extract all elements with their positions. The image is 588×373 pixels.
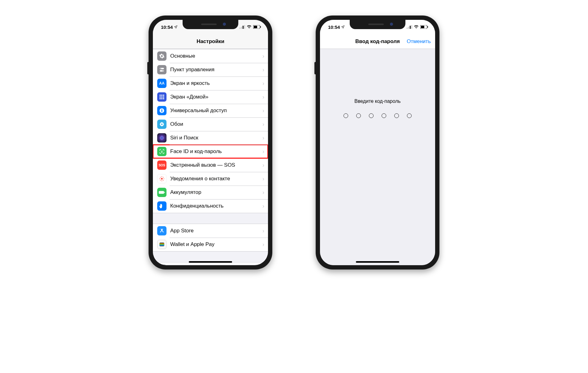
passcode-dot: [369, 113, 374, 118]
svg-point-31: [160, 136, 164, 140]
passcode-dots[interactable]: [344, 113, 412, 118]
home-indicator[interactable]: [356, 261, 399, 263]
row-siri[interactable]: Siri и Поиск ›: [153, 131, 268, 145]
row-label: Экран «Домой»: [170, 94, 262, 100]
row-general[interactable]: Основные ›: [153, 49, 268, 63]
siri-icon: [157, 133, 166, 143]
row-label: Основные: [170, 53, 262, 59]
apps-grid-icon: [157, 92, 166, 102]
wifi-icon: [247, 25, 252, 29]
svg-rect-48: [160, 244, 164, 245]
battery-icon: [253, 25, 261, 29]
cellular-icon: [407, 25, 412, 29]
chevron-right-icon: ›: [262, 162, 264, 168]
row-wallpaper[interactable]: Обои ›: [153, 117, 268, 131]
svg-rect-58: [427, 26, 428, 28]
svg-point-40: [160, 177, 161, 178]
settings-content[interactable]: Основные › Пункт управления › AA Экран и…: [153, 49, 268, 265]
row-display[interactable]: AA Экран и яркость ›: [153, 77, 268, 90]
home-indicator[interactable]: [189, 261, 232, 263]
exposure-notification-icon: [157, 174, 166, 183]
svg-rect-2: [243, 26, 244, 29]
passcode-dot: [356, 113, 361, 118]
page-title: Настройки: [197, 38, 224, 45]
page-title: Ввод код-пароля: [355, 38, 400, 45]
sos-icon: SOS: [157, 160, 166, 170]
location-arrow-icon: [174, 24, 178, 30]
svg-point-39: [164, 178, 164, 179]
settings-list-group-2: App Store › Wallet и Apple Pay ›: [153, 224, 268, 252]
svg-rect-1: [241, 27, 242, 29]
svg-rect-57: [421, 26, 424, 28]
svg-point-34: [162, 151, 163, 151]
location-arrow-icon: [341, 24, 345, 30]
chevron-right-icon: ›: [262, 135, 264, 141]
row-wallet[interactable]: Wallet и Apple Pay ›: [153, 238, 268, 251]
chevron-right-icon: ›: [262, 149, 264, 154]
nav-bar-passcode: Ввод код-пароля Отменить: [320, 34, 435, 49]
svg-rect-11: [160, 95, 161, 96]
status-time: 10:54: [328, 24, 340, 30]
wallet-icon: [157, 240, 166, 249]
svg-rect-47: [160, 244, 164, 244]
svg-rect-49: [160, 245, 164, 246]
svg-rect-45: [164, 192, 165, 193]
row-label: Siri и Поиск: [170, 135, 262, 141]
svg-point-35: [161, 178, 162, 179]
gear-icon: [157, 51, 166, 61]
svg-point-27: [162, 123, 164, 124]
svg-rect-14: [160, 96, 161, 98]
nav-bar-settings: Настройки: [153, 34, 268, 49]
chevron-right-icon: ›: [262, 203, 264, 209]
row-label: Уведомления о контакте: [170, 176, 262, 182]
status-left: 10:54: [328, 24, 345, 30]
row-label: Экстренный вызов — SOS: [170, 162, 262, 168]
svg-rect-54: [410, 26, 411, 29]
passcode-prompt: Введите код-пароль: [354, 99, 400, 104]
status-right: [407, 25, 428, 29]
row-faceid[interactable]: Face ID и код-пароль ›: [153, 145, 268, 158]
chevron-right-icon: ›: [262, 176, 264, 182]
row-control-center[interactable]: Пункт управления ›: [153, 63, 268, 77]
row-privacy[interactable]: Конфиденциальность ›: [153, 199, 268, 213]
svg-point-42: [160, 180, 161, 181]
row-label: App Store: [170, 228, 262, 234]
passcode-dot: [382, 113, 386, 118]
svg-rect-55: [411, 25, 412, 29]
chevron-right-icon: ›: [262, 81, 264, 86]
group-separator: [153, 252, 268, 262]
svg-rect-52: [407, 28, 408, 29]
chevron-right-icon: ›: [262, 94, 264, 100]
chevron-right-icon: ›: [262, 67, 264, 72]
text-size-icon: AA: [157, 79, 166, 88]
cancel-button[interactable]: Отменить: [407, 38, 431, 45]
flower-icon: [157, 120, 166, 129]
battery-icon: [157, 188, 166, 197]
svg-rect-16: [163, 96, 164, 98]
passcode-dot: [394, 113, 399, 118]
row-label: Пункт управления: [170, 67, 262, 73]
chevron-right-icon: ›: [262, 190, 264, 195]
row-battery[interactable]: Аккумулятор ›: [153, 186, 268, 199]
row-home-screen[interactable]: Экран «Домой» ›: [153, 90, 268, 104]
row-label: Face ID и код-пароль: [170, 148, 262, 155]
svg-rect-12: [161, 95, 162, 96]
svg-point-21: [162, 109, 162, 110]
row-appstore[interactable]: App Store ›: [153, 224, 268, 238]
notch: [350, 20, 405, 29]
chevron-right-icon: ›: [262, 121, 264, 127]
row-label: Универсальный доступ: [170, 108, 262, 114]
svg-rect-5: [254, 26, 257, 28]
row-passwords[interactable]: Пароли ›: [153, 262, 268, 265]
row-label: Wallet и Apple Pay: [170, 241, 262, 248]
accessibility-icon: [157, 106, 166, 115]
svg-rect-44: [159, 191, 164, 194]
cellular-icon: [240, 25, 245, 29]
svg-point-43: [163, 180, 164, 181]
row-label: Конфиденциальность: [170, 203, 262, 209]
row-exposure[interactable]: Уведомления о контакте ›: [153, 172, 268, 186]
phone-frame-right: 10:54 Ввод код-пароля Отменить: [316, 15, 439, 270]
svg-point-29: [162, 125, 164, 126]
row-sos[interactable]: SOS Экстренный вызов — SOS ›: [153, 158, 268, 172]
row-accessibility[interactable]: Универсальный доступ ›: [153, 104, 268, 117]
